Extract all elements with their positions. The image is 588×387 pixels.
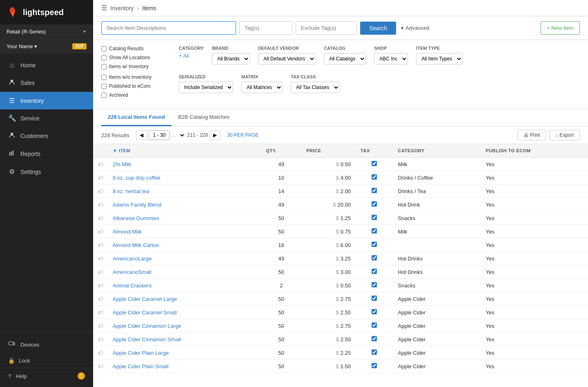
tax-checkbox[interactable] xyxy=(372,336,377,341)
row-tag-icon[interactable]: 🏷 xyxy=(98,229,103,235)
row-tag-icon[interactable]: 🏷 xyxy=(98,216,103,221)
item-link[interactable]: 8 oz. herbal tea xyxy=(113,188,149,194)
sidebar-item-devices[interactable]: Devices xyxy=(0,336,93,354)
item-link[interactable]: Albanese Gummies xyxy=(113,215,159,221)
brand-select[interactable]: All Brands xyxy=(212,53,250,64)
row-tag-icon[interactable]: 🏷 xyxy=(98,202,103,208)
tax-checkbox[interactable] xyxy=(372,201,377,207)
row-tag-icon[interactable]: 🏷 xyxy=(98,310,103,316)
item-link[interactable]: 2% Milk xyxy=(113,161,131,167)
publish-column-header[interactable]: PUBLISH TO ECOM xyxy=(481,144,588,158)
tab-local-items[interactable]: 228 Local Items Found xyxy=(101,109,172,126)
row-tag-icon[interactable]: 🏷 xyxy=(98,242,103,248)
sidebar-item-inventory[interactable]: ☰ Inventory xyxy=(0,92,93,109)
item-tax[interactable] xyxy=(356,319,393,333)
sidebar-item-sales[interactable]: Sales xyxy=(0,74,93,92)
shop-select[interactable]: ABC Inc xyxy=(374,53,408,64)
row-tag-icon[interactable]: 🏷 xyxy=(98,175,103,181)
row-tag-icon[interactable]: 🏷 xyxy=(98,296,103,302)
item-tax[interactable] xyxy=(356,306,393,319)
item-tax[interactable] xyxy=(356,225,393,238)
item-link[interactable]: AmericanoLarge xyxy=(113,256,151,262)
serialized-select[interactable]: Include Serialized xyxy=(179,82,233,93)
store-selector[interactable]: Retail (R-Series) ▼ xyxy=(0,24,93,39)
row-tag-icon[interactable]: 🏷 xyxy=(98,189,103,194)
item-link[interactable]: AmericanoSmall xyxy=(113,269,151,275)
tax-checkbox[interactable] xyxy=(372,322,377,328)
sidebar-item-customers[interactable]: Customers xyxy=(0,127,93,145)
tax-class-select[interactable]: All Tax Classes xyxy=(291,82,340,93)
page-jump-select[interactable] xyxy=(177,132,185,138)
tax-checkbox[interactable] xyxy=(372,161,377,166)
next-page-button[interactable]: ▶ xyxy=(209,130,220,140)
row-tag-icon[interactable]: 🏷 xyxy=(98,337,103,343)
breadcrumb-parent[interactable]: Inventory xyxy=(110,5,134,11)
export-button[interactable]: ↓ Export xyxy=(549,130,580,140)
tax-checkbox[interactable] xyxy=(372,174,377,180)
item-tax[interactable] xyxy=(356,238,393,252)
item-tax[interactable] xyxy=(356,346,393,360)
row-tag-icon[interactable]: 🏷 xyxy=(98,256,103,262)
item-link[interactable]: Apple Cider Cinnamon Large xyxy=(113,323,181,329)
item-link[interactable]: 8 oz. cup drip coffee xyxy=(113,175,160,181)
search-input[interactable] xyxy=(101,21,236,35)
catalog-results-checkbox[interactable]: Catalog Results xyxy=(101,46,171,51)
item-link[interactable]: Almond Milk Carton xyxy=(113,242,159,248)
item-tax[interactable] xyxy=(356,158,393,171)
item-link[interactable]: Apple Cider Plain Large xyxy=(113,350,169,356)
items-with-inventory-checkbox[interactable]: Items w/ Inventory xyxy=(101,64,171,69)
tax-checkbox[interactable] xyxy=(372,296,377,301)
show-all-locations-checkbox[interactable]: Show All Locations xyxy=(101,55,171,60)
item-tax[interactable] xyxy=(356,292,393,306)
item-tax[interactable] xyxy=(356,252,393,265)
item-tax[interactable] xyxy=(356,211,393,225)
row-tag-icon[interactable]: 🏷 xyxy=(98,269,103,275)
item-link[interactable]: Apple Cider Caramel Large xyxy=(113,296,177,302)
item-tax[interactable] xyxy=(356,198,393,211)
tax-checkbox[interactable] xyxy=(372,215,377,220)
item-tax[interactable] xyxy=(356,185,393,198)
item-tax[interactable] xyxy=(356,333,393,346)
sidebar-item-service[interactable]: 🔧 Service xyxy=(0,109,93,127)
tax-column-header[interactable]: TAX xyxy=(356,144,393,158)
item-link[interactable]: Apple Cider Cinnamon Small xyxy=(113,336,181,343)
qty-column-header[interactable]: QTY. xyxy=(261,144,301,158)
tax-checkbox[interactable] xyxy=(372,363,377,368)
help-item[interactable]: ? Help ! xyxy=(0,368,93,384)
tax-checkbox[interactable] xyxy=(372,242,377,247)
tab-b2b-catalog[interactable]: B2B Catalog Matches xyxy=(172,109,236,126)
item-link[interactable]: Apple Cider Caramel Small xyxy=(113,309,177,316)
row-tag-icon[interactable]: 🏷 xyxy=(98,364,103,369)
published-to-ecom-checkbox[interactable]: Published to eCom xyxy=(101,83,171,89)
tax-checkbox[interactable] xyxy=(372,309,377,314)
tax-checkbox[interactable] xyxy=(372,228,377,234)
item-link[interactable]: Almond Milk xyxy=(113,229,142,235)
add-category-button[interactable]: + All xyxy=(179,53,204,59)
sidebar-item-home[interactable]: ⌂ Home xyxy=(0,57,93,74)
row-tag-icon[interactable]: 🏷 xyxy=(98,283,103,289)
prev-page-button[interactable]: ◀ xyxy=(136,130,147,140)
items-without-inventory-checkbox[interactable]: Items w/o Inventory xyxy=(101,74,171,80)
vendor-select[interactable]: All Default Vendors xyxy=(258,53,316,64)
category-column-header[interactable]: CATEGORY xyxy=(393,144,481,158)
item-tax[interactable] xyxy=(356,360,393,373)
row-tag-icon[interactable]: 🏷 xyxy=(98,323,103,329)
sidebar-item-settings[interactable]: ⚙ Settings xyxy=(0,163,93,180)
row-tag-icon[interactable]: 🏷 xyxy=(98,350,103,356)
tax-checkbox[interactable] xyxy=(372,282,377,287)
tags-input[interactable] xyxy=(239,21,292,35)
item-column-header[interactable]: ▼ ITEM xyxy=(108,144,261,158)
item-link[interactable]: Adams Family Blend xyxy=(113,202,161,208)
archived-checkbox[interactable]: Archived xyxy=(101,92,171,98)
lock-button[interactable]: 🔒 Lock xyxy=(0,354,93,368)
tax-checkbox[interactable] xyxy=(372,349,377,355)
item-tax[interactable] xyxy=(356,279,393,292)
per-page-selector[interactable]: 30 PER PAGE xyxy=(227,132,258,138)
tax-checkbox[interactable] xyxy=(372,269,377,274)
price-column-header[interactable]: PRICE xyxy=(301,144,356,158)
exclude-tags-input[interactable] xyxy=(296,21,357,35)
item-type-select[interactable]: All Item Types xyxy=(416,53,463,64)
advanced-toggle[interactable]: ▾ Advanced xyxy=(401,25,429,31)
item-link[interactable]: Animal Crackers xyxy=(113,282,151,289)
tax-checkbox[interactable] xyxy=(372,255,377,260)
